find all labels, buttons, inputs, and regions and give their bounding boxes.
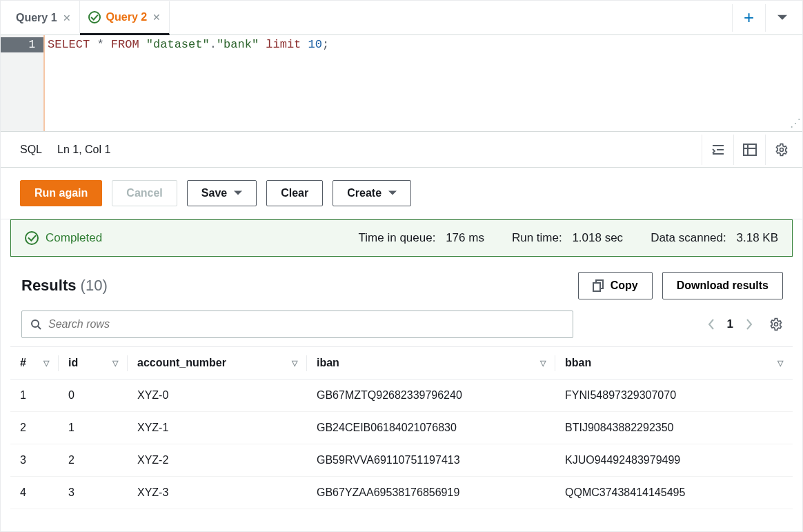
cell-iban: GB67MZTQ92682339796240	[307, 380, 555, 412]
tab-query-2[interactable]: Query 2 ✕	[80, 1, 170, 35]
col-iban[interactable]: iban ▽	[307, 347, 555, 380]
cell-idx: 4	[10, 477, 59, 509]
svg-point-1	[780, 148, 783, 151]
tab-label: Query 2	[106, 11, 148, 23]
copy-icon	[593, 279, 604, 292]
close-icon[interactable]: ✕	[152, 12, 161, 23]
settings-gear-button[interactable]	[765, 135, 797, 165]
editor-status-bar: SQL Ln 1, Col 1	[1, 132, 802, 168]
cell-idx: 2	[10, 412, 59, 444]
cell-idx: 1	[10, 380, 59, 412]
table-row[interactable]: 21XYZ-1GB24CEIB06184021076830BTIJ9084388…	[10, 412, 793, 444]
filter-icon[interactable]: ▽	[777, 359, 783, 368]
tok-star: *	[97, 38, 103, 51]
run-again-button[interactable]: Run again	[20, 180, 102, 206]
kw-from: FROM	[111, 38, 139, 51]
check-circle-icon	[88, 11, 101, 23]
filter-icon[interactable]: ▽	[43, 359, 49, 368]
col-index-label: #	[20, 357, 26, 368]
copy-label: Copy	[611, 279, 638, 292]
prev-page-button[interactable]	[708, 319, 715, 330]
cell-idx: 3	[10, 444, 59, 477]
cell-iban: GB24CEIB06184021076830	[307, 412, 555, 444]
table-row[interactable]: 32XYZ-2GB59RVVA69110751197413KJUO9449248…	[10, 444, 793, 477]
download-results-button[interactable]: Download results	[662, 272, 783, 299]
tok-bank: "bank"	[217, 38, 259, 51]
col-bban[interactable]: bban ▽	[555, 347, 793, 380]
resize-handle-icon[interactable]: ⋰	[790, 117, 801, 130]
filter-icon[interactable]: ▽	[112, 359, 118, 368]
data-scanned-label: Data scanned:	[651, 231, 726, 244]
search-input[interactable]	[48, 318, 564, 331]
cell-id: 1	[59, 412, 128, 444]
cancel-label: Cancel	[126, 187, 162, 199]
table-row[interactable]: 10XYZ-0GB67MZTQ92682339796240FYNI5489732…	[10, 380, 793, 412]
run-time-label: Run time:	[512, 231, 562, 244]
results-count: (10)	[81, 277, 108, 294]
results-filter-row: 1	[1, 306, 802, 346]
kw-select: SELECT	[48, 38, 90, 51]
svg-point-4	[775, 323, 778, 326]
col-index[interactable]: # ▽	[10, 347, 59, 380]
col-account-label: account_number	[137, 357, 226, 368]
run-time-value: 1.018 sec	[572, 231, 623, 244]
col-iban-label: iban	[317, 357, 339, 368]
results-table: # ▽ id ▽ account_number ▽ iban ▽ bban ▽ …	[10, 346, 793, 509]
table-header-row: # ▽ id ▽ account_number ▽ iban ▽ bban ▽	[10, 347, 793, 380]
tab-query-1[interactable]: Query 1 ✕	[8, 1, 80, 35]
create-button[interactable]: Create	[333, 180, 411, 206]
svg-rect-2	[593, 283, 600, 291]
cell-bban: KJUO94492483979499	[555, 444, 793, 477]
tok-10: 10	[308, 38, 322, 51]
tab-label: Query 1	[16, 12, 57, 24]
col-account-number[interactable]: account_number ▽	[128, 347, 307, 380]
cell-account_number: XYZ-0	[128, 380, 307, 412]
search-rows-box[interactable]	[21, 311, 573, 338]
results-title: Results (10)	[21, 277, 108, 295]
caret-down-icon	[234, 190, 242, 196]
tabs-menu-button[interactable]	[765, 4, 798, 32]
cell-account_number: XYZ-3	[128, 477, 307, 509]
cell-iban: GB67YZAA69538176856919	[307, 477, 555, 509]
col-id[interactable]: id ▽	[59, 347, 128, 380]
results-title-text: Results	[21, 277, 76, 294]
add-tab-button[interactable]: +	[732, 4, 765, 32]
col-id-label: id	[68, 357, 78, 368]
filter-icon[interactable]: ▽	[540, 359, 546, 368]
query-actions-row: Run again Cancel Save Clear Create	[1, 168, 802, 219]
cell-bban: BTIJ90843882292350	[555, 412, 793, 444]
status-completed-label: Completed	[46, 231, 102, 245]
cell-account_number: XYZ-2	[128, 444, 307, 477]
filter-icon[interactable]: ▽	[292, 359, 297, 368]
copy-button[interactable]: Copy	[578, 272, 653, 299]
caret-down-icon	[388, 190, 397, 196]
close-icon[interactable]: ✕	[63, 12, 71, 23]
pager: 1	[708, 317, 783, 331]
next-page-button[interactable]	[746, 319, 753, 330]
queue-time-value: 176 ms	[446, 231, 484, 244]
sql-editor[interactable]: 1 SELECT * FROM "dataset"."bank" limit 1…	[1, 35, 802, 132]
kw-limit: limit	[266, 38, 301, 51]
tabs-list: Query 1 ✕ Query 2 ✕	[8, 1, 732, 35]
language-label: SQL	[20, 144, 42, 156]
cell-account_number: XYZ-1	[128, 412, 307, 444]
table-settings-button[interactable]	[769, 317, 783, 331]
code-area[interactable]: SELECT * FROM "dataset"."bank" limit 10;	[43, 35, 802, 131]
cell-bban: QQMC37438414145495	[555, 477, 793, 509]
download-results-label: Download results	[677, 279, 769, 292]
line-gutter: 1	[1, 35, 43, 131]
cursor-position-label: Ln 1, Col 1	[57, 144, 110, 156]
cell-iban: GB59RVVA69110751197413	[307, 444, 555, 477]
data-scanned-metric: Data scanned: 3.18 KB	[651, 231, 778, 245]
save-label: Save	[201, 187, 227, 199]
check-circle-icon	[25, 231, 39, 245]
current-page: 1	[727, 317, 733, 331]
cell-bban: FYNI54897329307070	[555, 380, 793, 412]
table-row[interactable]: 43XYZ-3GB67YZAA69538176856919QQMC3743841…	[10, 477, 793, 509]
save-button[interactable]: Save	[187, 180, 257, 206]
clear-button[interactable]: Clear	[266, 180, 323, 206]
tok-dot: .	[210, 38, 217, 51]
format-button[interactable]	[702, 135, 733, 165]
table-view-button[interactable]	[733, 135, 765, 165]
col-bban-label: bban	[565, 357, 591, 368]
